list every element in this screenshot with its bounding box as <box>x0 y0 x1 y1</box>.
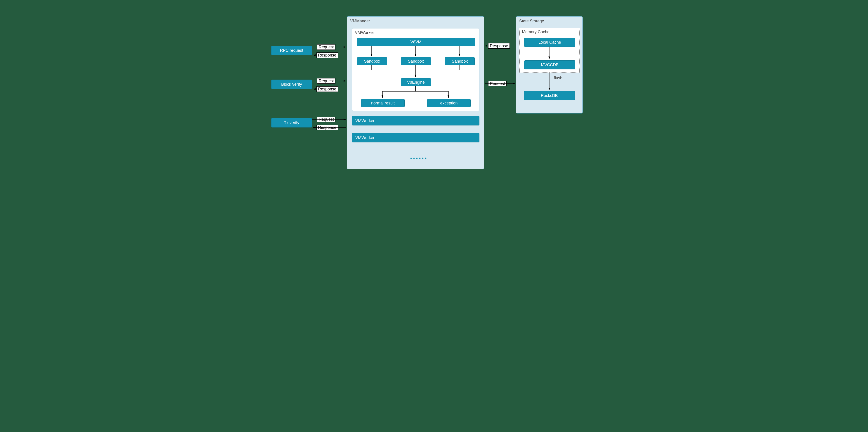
label-rpc-request: Request <box>317 44 336 50</box>
label-tx-response: Response <box>316 125 338 130</box>
label-flush: flush <box>554 76 562 81</box>
node-local-cache: Local Cache <box>524 38 575 47</box>
node-sandbox-1: Sandbox <box>357 57 387 65</box>
label-vm-ss-request: Request <box>488 81 506 86</box>
label-block-response: Response <box>316 86 338 92</box>
vmmanager-title: VMManger <box>350 19 370 24</box>
node-exception: exception <box>427 99 471 107</box>
state-storage-panel: State Storage Memory Cache Local Cache M… <box>516 16 583 114</box>
label-tx-request: Request <box>317 117 336 122</box>
ellipsis-icon: •••••• <box>410 156 428 161</box>
label-vm-ss-response: Response <box>488 43 510 49</box>
state-storage-title: State Storage <box>519 19 544 24</box>
node-mvccdb: MVCCDB <box>524 60 575 69</box>
memory-cache-title: Memory Cache <box>522 30 550 34</box>
node-sandbox-3: Sandbox <box>445 57 475 65</box>
node-vmworker-3: VMWorker <box>352 133 479 143</box>
node-block-verify: Block verify <box>271 80 312 89</box>
node-rocksdb: RocksDB <box>524 91 575 100</box>
node-vmworker-2: VMWorker <box>352 116 479 125</box>
node-normal-result: normal result <box>361 99 405 107</box>
label-rpc-response: Response <box>316 53 338 58</box>
vmworker-title: VMWorker <box>355 30 374 35</box>
node-v8engine: V8Engine <box>401 78 431 86</box>
label-block-request: Request <box>317 78 336 84</box>
vmworker-panel: VMWorker V8VM Sandbox Sandbox Sandbox V8… <box>352 28 479 111</box>
memory-cache-panel: Memory Cache Local Cache MVCCDB <box>519 28 580 72</box>
vmmanager-panel: VMManger VMWorker V8VM Sandbox Sandbox S… <box>347 16 484 169</box>
node-rpc-request: RPC request <box>271 46 312 55</box>
node-v8vm: V8VM <box>357 38 475 46</box>
node-sandbox-2: Sandbox <box>401 57 431 65</box>
node-tx-verify: Tx verify <box>271 118 312 127</box>
